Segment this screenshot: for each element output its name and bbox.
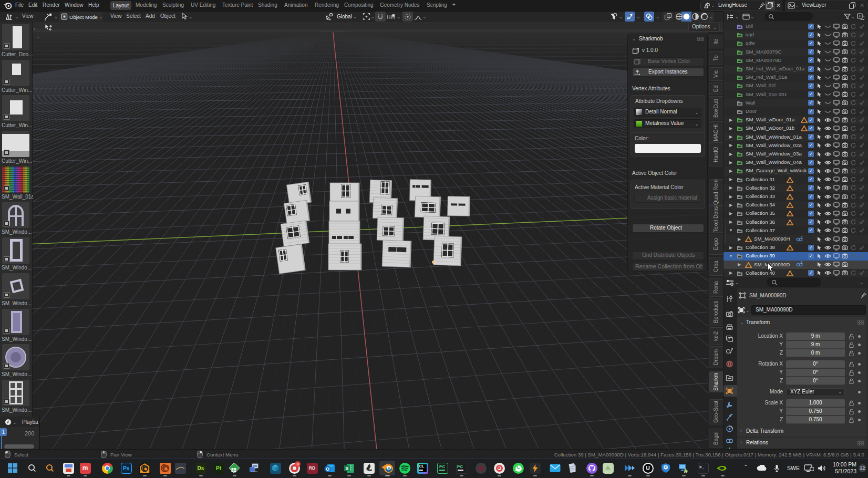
svg-text:O: O (325, 466, 329, 472)
svg-text:X: X (345, 465, 349, 471)
